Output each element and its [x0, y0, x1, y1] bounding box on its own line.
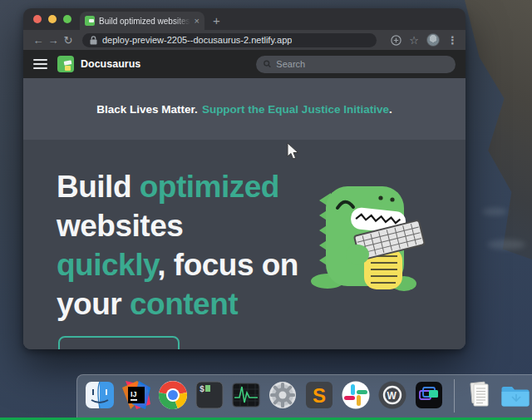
- hero-line: Build optimized: [57, 167, 298, 206]
- announcement-suffix: .: [389, 103, 392, 116]
- browser-menu-icon[interactable]: ⋮: [447, 34, 458, 47]
- search-icon: [264, 60, 271, 68]
- reload-icon[interactable]: ↻: [61, 35, 76, 46]
- dock-finder-icon[interactable]: [84, 379, 116, 411]
- dock-workplace-icon[interactable]: W: [377, 379, 408, 411]
- dock-sublime-text-icon[interactable]: S: [303, 379, 335, 411]
- dock-slack-icon[interactable]: [340, 379, 372, 411]
- docusaurus-mascot-illustration: [303, 175, 427, 295]
- dock-terminal-icon[interactable]: $: [194, 379, 225, 411]
- minimize-window-button[interactable]: [48, 15, 57, 23]
- dock-documents-stack-icon[interactable]: [464, 379, 495, 411]
- hero-line: your content: [57, 284, 298, 324]
- lock-icon: [90, 36, 97, 45]
- dock-activity-monitor-icon[interactable]: [230, 379, 262, 411]
- svg-text:S: S: [313, 384, 326, 407]
- window-controls: [33, 15, 71, 23]
- browser-window: Build optimized websites quic × + ← → ↻ …: [23, 8, 466, 349]
- wallpaper-foam: [482, 208, 507, 215]
- dock-system-preferences-icon[interactable]: [267, 379, 298, 411]
- search-input[interactable]: [276, 59, 448, 69]
- page-viewport: Docusaurus Black Lives Matter. Support t…: [23, 50, 466, 349]
- circle-plus-icon[interactable]: [391, 35, 401, 46]
- mouse-cursor: [287, 142, 299, 161]
- profile-avatar[interactable]: [426, 33, 440, 47]
- browser-toolbar: ← → ↻ deploy-preview-2205--docusaurus-2.…: [23, 30, 466, 50]
- announcement-text: Black Lives Matter.: [96, 103, 198, 116]
- tab-strip: Build optimized websites quic × +: [23, 8, 466, 30]
- tab-title: Build optimized websites quic: [99, 17, 190, 26]
- new-tab-button[interactable]: +: [213, 14, 220, 27]
- announcement-bar: Black Lives Matter. Support the Equal Ju…: [23, 78, 466, 140]
- tab-close-icon[interactable]: ×: [195, 17, 200, 26]
- zoom-window-button[interactable]: [63, 15, 71, 23]
- hero-heading: Build optimized websites quickly, focus …: [57, 167, 298, 324]
- hamburger-menu-icon[interactable]: [33, 59, 47, 69]
- browser-tab[interactable]: Build optimized websites quic ×: [80, 12, 204, 30]
- hero-line: websites: [57, 206, 298, 245]
- url-text: deploy-preview-2205--docusaurus-2.netlif…: [102, 35, 292, 45]
- hero-section: Build optimized websites quickly, focus …: [23, 140, 466, 349]
- wallpaper-foam: [487, 240, 525, 250]
- dock-screens-app-icon[interactable]: [413, 379, 445, 411]
- svg-text:$: $: [200, 385, 204, 394]
- docusaurus-favicon: [85, 16, 95, 26]
- back-icon[interactable]: ←: [31, 35, 46, 46]
- wallpaper-island-rock: [459, 0, 532, 259]
- site-navbar: Docusaurus: [23, 50, 466, 78]
- announcement-link[interactable]: Support the Equal Justice Initiative: [202, 103, 389, 116]
- dock: IJ $ S: [76, 374, 532, 420]
- dock-chrome-icon[interactable]: [157, 379, 189, 411]
- dock-divider: [454, 379, 455, 413]
- close-window-button[interactable]: [33, 15, 42, 23]
- svg-text:W: W: [387, 390, 397, 402]
- dock-downloads-folder-icon[interactable]: [500, 379, 532, 411]
- site-search[interactable]: [256, 56, 456, 73]
- dock-intellij-icon[interactable]: IJ: [121, 379, 152, 411]
- hero-line: quickly, focus on: [57, 245, 298, 284]
- bookmark-star-icon[interactable]: ☆: [409, 34, 419, 47]
- forward-icon[interactable]: →: [46, 35, 61, 46]
- site-brand[interactable]: Docusaurus: [81, 58, 140, 70]
- address-bar[interactable]: deploy-preview-2205--docusaurus-2.netlif…: [82, 33, 377, 47]
- svg-text:IJ: IJ: [131, 390, 137, 398]
- docusaurus-logo[interactable]: [57, 56, 74, 72]
- hero-cta-button[interactable]: [58, 336, 180, 349]
